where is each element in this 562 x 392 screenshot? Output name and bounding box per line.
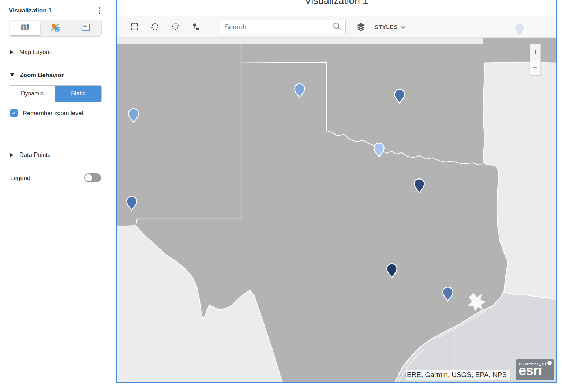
circle-select-icon[interactable] <box>150 22 160 32</box>
remember-zoom-checkbox[interactable]: ✓ <box>10 109 18 117</box>
map-area <box>117 38 556 382</box>
zoom-mode-static[interactable]: Static <box>55 86 101 102</box>
map-attribution: Esri, H ERE, Garmin, USGS, EPA, NPS <box>389 370 510 380</box>
map-pin-new-mexico-south[interactable] <box>126 196 137 211</box>
map-zoom-control: + − <box>530 44 541 75</box>
section-data-points[interactable]: Data Points <box>10 151 50 158</box>
sidebar: Visualization 1 T <box>0 0 110 392</box>
search-icon[interactable] <box>332 22 342 33</box>
visualization-type-switcher: T <box>9 20 102 37</box>
lasso-select-icon[interactable] <box>171 22 180 32</box>
esri-globe-icon <box>547 361 552 365</box>
view-window-button[interactable] <box>70 21 101 35</box>
map-pin-oklahoma[interactable] <box>394 89 405 104</box>
map-pin-austin[interactable] <box>386 263 397 278</box>
triangle-right-icon <box>10 153 14 157</box>
map-toolbar: STYLES <box>117 16 556 38</box>
map-pin-far-north[interactable] <box>514 23 525 38</box>
zoom-mode-segmented: Dynamic Static <box>9 85 102 102</box>
marquee-select-icon[interactable] <box>130 22 139 32</box>
triangle-right-icon <box>10 50 14 54</box>
map-pin-houston[interactable] <box>442 287 453 302</box>
map-pin-view-icon <box>20 23 30 34</box>
styles-button[interactable]: STYLES <box>375 24 406 30</box>
zoom-behavior-label: Zoom Behavior <box>20 72 64 79</box>
triangle-down-icon <box>10 74 14 77</box>
zoom-mode-dynamic[interactable]: Dynamic <box>9 86 55 102</box>
visualization-title: Visualization 1 <box>9 7 52 14</box>
map-pin-texas-panhandle[interactable] <box>294 83 305 98</box>
marker-text-view-icon: T <box>50 23 60 34</box>
esri-logo: POWERED BY esri <box>516 359 554 380</box>
panel-border-right <box>556 0 557 383</box>
panel-title: Visualization 1 <box>116 0 557 7</box>
clear-pins-icon[interactable] <box>191 22 201 32</box>
search-input[interactable] <box>224 23 332 31</box>
sidebar-panel-divider <box>110 0 110 392</box>
map-search-box <box>220 20 346 34</box>
toggle-knob <box>85 174 92 181</box>
window-view-icon <box>81 23 90 33</box>
remember-zoom-row[interactable]: ✓ Remember zoom level <box>10 109 83 117</box>
view-marker-text-button[interactable]: T <box>40 21 71 35</box>
panel-border-left <box>116 0 117 383</box>
legend-row: Legend <box>10 173 101 182</box>
styles-label: STYLES <box>375 24 398 30</box>
view-map-button[interactable] <box>10 21 40 35</box>
legend-label: Legend <box>10 174 30 181</box>
zoom-out-button[interactable]: − <box>530 60 540 75</box>
section-zoom-behavior[interactable]: Zoom Behavior <box>10 72 64 79</box>
map-pin-new-mexico-north[interactable] <box>128 108 139 123</box>
zoom-in-button[interactable]: + <box>530 44 540 60</box>
sidebar-divider-line <box>9 132 102 132</box>
svg-text:T: T <box>56 27 59 31</box>
chevron-down-icon <box>401 24 406 30</box>
layers-icon[interactable] <box>356 22 366 32</box>
panel-border-bottom <box>116 382 557 383</box>
map-pin-red-river[interactable] <box>374 143 385 158</box>
map-pin-dallas[interactable] <box>414 178 425 193</box>
visualization-panel: Visualization 1 <box>116 0 557 383</box>
map-canvas[interactable] <box>117 38 556 382</box>
esri-brand: esri <box>518 363 542 377</box>
section-map-layout[interactable]: Map Layout <box>10 49 51 56</box>
kebab-menu-icon[interactable] <box>97 7 102 15</box>
map-layout-label: Map Layout <box>19 49 51 56</box>
remember-zoom-label: Remember zoom level <box>23 110 83 117</box>
attribution-text: ERE, Garmin, USGS, EPA, NPS <box>406 370 510 380</box>
data-points-label: Data Points <box>19 151 50 158</box>
legend-toggle[interactable] <box>84 173 101 182</box>
